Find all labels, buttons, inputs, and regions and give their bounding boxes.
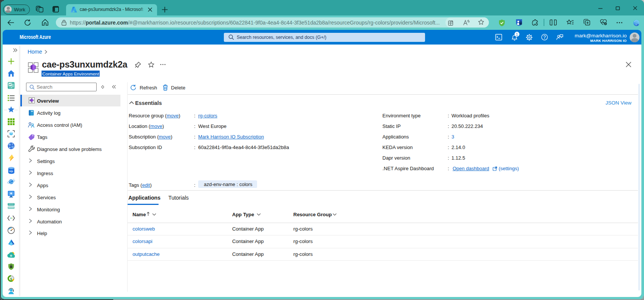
svg-text:SQL: SQL	[9, 170, 14, 172]
